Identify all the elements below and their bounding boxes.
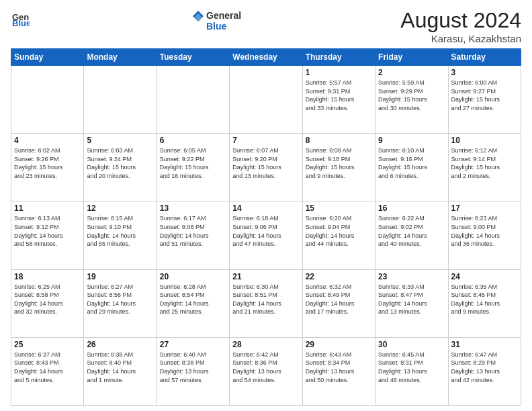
day-info: Sunrise: 6:35 AM Sunset: 8:45 PM Dayligh… — [451, 283, 518, 316]
day-number: 22 — [306, 272, 372, 281]
col-monday: Monday — [84, 49, 157, 66]
calendar-cell: 4Sunrise: 6:02 AM Sunset: 9:26 PM Daylig… — [11, 134, 84, 201]
calendar-cell: 9Sunrise: 6:10 AM Sunset: 9:16 PM Daylig… — [375, 134, 448, 201]
day-number: 11 — [14, 203, 81, 213]
col-thursday: Thursday — [302, 49, 375, 66]
col-tuesday: Tuesday — [157, 49, 229, 66]
title-block: August 2024 Karasu, Kazakhstan — [400, 8, 521, 44]
day-number: 27 — [160, 340, 226, 349]
logo-icon: General Blue — [11, 8, 30, 27]
page-title: August 2024 — [400, 8, 521, 33]
day-number: 6 — [160, 136, 226, 145]
calendar-cell: 1Sunrise: 5:57 AM Sunset: 9:31 PM Daylig… — [302, 66, 375, 134]
calendar-cell: 13Sunrise: 6:17 AM Sunset: 9:08 PM Dayli… — [157, 201, 229, 269]
calendar-cell — [157, 66, 229, 134]
calendar-cell: 23Sunrise: 6:33 AM Sunset: 8:47 PM Dayli… — [375, 269, 448, 337]
calendar-cell: 24Sunrise: 6:35 AM Sunset: 8:45 PM Dayli… — [448, 269, 521, 337]
logo: General Blue — [11, 8, 32, 27]
calendar-cell: 25Sunrise: 6:37 AM Sunset: 8:43 PM Dayli… — [11, 337, 84, 405]
day-number: 13 — [160, 203, 226, 213]
day-number: 21 — [232, 272, 299, 281]
calendar-cell: 18Sunrise: 6:25 AM Sunset: 8:58 PM Dayli… — [11, 269, 84, 337]
calendar-cell: 26Sunrise: 6:38 AM Sunset: 8:40 PM Dayli… — [84, 337, 157, 405]
svg-text:General: General — [206, 10, 241, 21]
day-number: 7 — [232, 136, 299, 145]
day-number: 19 — [87, 272, 153, 281]
calendar-cell: 11Sunrise: 6:13 AM Sunset: 9:12 PM Dayli… — [11, 201, 84, 269]
day-info: Sunrise: 6:07 AM Sunset: 9:20 PM Dayligh… — [232, 146, 299, 180]
day-info: Sunrise: 6:03 AM Sunset: 9:24 PM Dayligh… — [87, 146, 153, 180]
day-info: Sunrise: 6:33 AM Sunset: 8:47 PM Dayligh… — [378, 283, 445, 316]
day-info: Sunrise: 6:40 AM Sunset: 8:38 PM Dayligh… — [160, 351, 226, 384]
calendar-cell: 2Sunrise: 5:59 AM Sunset: 9:29 PM Daylig… — [375, 66, 448, 134]
day-number: 28 — [232, 340, 299, 349]
calendar-cell: 8Sunrise: 6:08 AM Sunset: 9:18 PM Daylig… — [302, 134, 375, 201]
day-number: 4 — [14, 136, 81, 145]
day-info: Sunrise: 6:18 AM Sunset: 9:06 PM Dayligh… — [232, 214, 299, 248]
day-info: Sunrise: 6:25 AM Sunset: 8:58 PM Dayligh… — [14, 283, 81, 316]
calendar-cell: 20Sunrise: 6:28 AM Sunset: 8:54 PM Dayli… — [157, 269, 229, 337]
day-number: 20 — [160, 272, 226, 281]
day-info: Sunrise: 6:08 AM Sunset: 9:18 PM Dayligh… — [306, 146, 372, 180]
calendar-cell: 16Sunrise: 6:22 AM Sunset: 9:02 PM Dayli… — [375, 201, 448, 269]
day-info: Sunrise: 5:59 AM Sunset: 9:29 PM Dayligh… — [378, 79, 445, 112]
day-number: 10 — [451, 136, 518, 145]
calendar-cell: 6Sunrise: 6:05 AM Sunset: 9:22 PM Daylig… — [157, 134, 229, 201]
calendar-cell — [84, 66, 157, 134]
day-number: 26 — [87, 340, 153, 349]
logo-svg: General Blue — [186, 8, 247, 34]
calendar-cell: 29Sunrise: 6:43 AM Sunset: 8:34 PM Dayli… — [302, 337, 375, 405]
day-number: 3 — [451, 68, 518, 77]
day-number: 2 — [378, 68, 445, 77]
calendar-cell: 10Sunrise: 6:12 AM Sunset: 9:14 PM Dayli… — [448, 134, 521, 201]
day-info: Sunrise: 6:45 AM Sunset: 8:31 PM Dayligh… — [378, 351, 445, 384]
day-number: 30 — [378, 340, 445, 349]
day-number: 14 — [232, 203, 299, 213]
day-info: Sunrise: 5:57 AM Sunset: 9:31 PM Dayligh… — [306, 79, 372, 112]
day-number: 8 — [306, 136, 372, 145]
day-info: Sunrise: 6:15 AM Sunset: 9:10 PM Dayligh… — [87, 214, 153, 248]
day-info: Sunrise: 6:22 AM Sunset: 9:02 PM Dayligh… — [378, 214, 445, 248]
calendar-cell: 7Sunrise: 6:07 AM Sunset: 9:20 PM Daylig… — [230, 134, 302, 201]
day-info: Sunrise: 6:28 AM Sunset: 8:54 PM Dayligh… — [160, 283, 226, 316]
col-sunday: Sunday — [11, 49, 84, 66]
calendar-cell: 12Sunrise: 6:15 AM Sunset: 9:10 PM Dayli… — [84, 201, 157, 269]
calendar-week-1: 1Sunrise: 5:57 AM Sunset: 9:31 PM Daylig… — [11, 66, 521, 134]
page-subtitle: Karasu, Kazakhstan — [400, 33, 521, 44]
day-info: Sunrise: 6:02 AM Sunset: 9:26 PM Dayligh… — [14, 146, 81, 180]
day-info: Sunrise: 6:30 AM Sunset: 8:51 PM Dayligh… — [232, 283, 299, 316]
day-number: 29 — [306, 340, 372, 349]
day-info: Sunrise: 6:12 AM Sunset: 9:14 PM Dayligh… — [451, 146, 518, 180]
day-number: 31 — [451, 340, 518, 349]
day-number: 15 — [306, 203, 372, 213]
day-info: Sunrise: 6:13 AM Sunset: 9:12 PM Dayligh… — [14, 214, 81, 248]
col-wednesday: Wednesday — [230, 49, 302, 66]
col-friday: Friday — [375, 49, 448, 66]
calendar-table: Sunday Monday Tuesday Wednesday Thursday… — [11, 48, 521, 406]
day-info: Sunrise: 6:38 AM Sunset: 8:40 PM Dayligh… — [87, 351, 153, 384]
day-number: 16 — [378, 203, 445, 213]
calendar-cell: 28Sunrise: 6:42 AM Sunset: 8:36 PM Dayli… — [230, 337, 302, 405]
page: General Blue General Blue August 2024 Ka… — [0, 0, 532, 411]
day-info: Sunrise: 6:10 AM Sunset: 9:16 PM Dayligh… — [378, 146, 445, 180]
calendar-cell: 22Sunrise: 6:32 AM Sunset: 8:49 PM Dayli… — [302, 269, 375, 337]
day-number: 23 — [378, 272, 445, 281]
day-number: 12 — [87, 203, 153, 213]
day-number: 24 — [451, 272, 518, 281]
weekday-header-row: Sunday Monday Tuesday Wednesday Thursday… — [11, 49, 521, 66]
day-number: 9 — [378, 136, 445, 145]
calendar-week-3: 11Sunrise: 6:13 AM Sunset: 9:12 PM Dayli… — [11, 201, 521, 269]
header: General Blue General Blue August 2024 Ka… — [11, 8, 521, 44]
day-number: 17 — [451, 203, 518, 213]
day-info: Sunrise: 6:32 AM Sunset: 8:49 PM Dayligh… — [306, 283, 372, 316]
day-info: Sunrise: 6:47 AM Sunset: 8:29 PM Dayligh… — [451, 351, 518, 384]
calendar-cell: 14Sunrise: 6:18 AM Sunset: 9:06 PM Dayli… — [230, 201, 302, 269]
day-info: Sunrise: 6:05 AM Sunset: 9:22 PM Dayligh… — [160, 146, 226, 180]
calendar-cell: 3Sunrise: 6:00 AM Sunset: 9:27 PM Daylig… — [448, 66, 521, 134]
day-number: 18 — [14, 272, 81, 281]
calendar-cell: 15Sunrise: 6:20 AM Sunset: 9:04 PM Dayli… — [302, 201, 375, 269]
col-saturday: Saturday — [448, 49, 521, 66]
logo-text-block: General Blue — [186, 8, 247, 34]
day-number: 1 — [306, 68, 372, 77]
day-info: Sunrise: 6:37 AM Sunset: 8:43 PM Dayligh… — [14, 351, 81, 384]
